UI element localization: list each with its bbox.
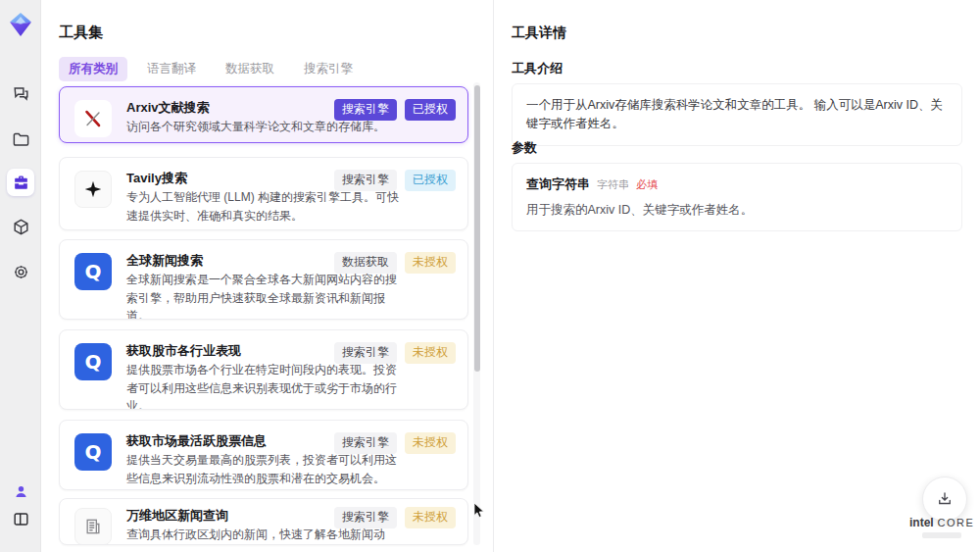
stock-api-logo-icon: Q <box>74 433 112 471</box>
tool-detail-panel: 工具详情 工具介绍 一个用于从Arxiv存储库搜索科学论文和文章的工具。 输入可… <box>493 0 980 552</box>
sparkle-icon <box>74 171 112 208</box>
tool-desc: 提供当天交易量最高的股票列表，投资者可以利用这些信息来识别流动性强的股票和潜在的… <box>126 451 401 487</box>
tool-title: Tavily搜索 <box>126 170 187 187</box>
tab-translation[interactable]: 语言翻译 <box>137 57 206 81</box>
intro-heading: 工具介绍 <box>512 60 563 77</box>
intro-text: 一个用于从Arxiv存储库搜索科学论文和文章的工具。 输入可以是Arxiv ID… <box>526 96 948 133</box>
params-heading: 参数 <box>512 139 537 157</box>
download-icon <box>936 490 954 508</box>
page-title: 工具集 <box>59 24 103 42</box>
list-scrollbar[interactable] <box>473 82 480 545</box>
user-icon <box>12 482 30 501</box>
tool-title: 获取市场最活跃股票信息 <box>126 432 267 450</box>
sidebar-rail <box>0 0 41 552</box>
tool-title: 全球新闻搜索 <box>126 252 203 270</box>
auth-status-badge: 未授权 <box>405 507 456 528</box>
tool-card-active-stocks[interactable]: Q 获取市场最活跃股票信息 提供当天交易量最高的股票列表，投资者可以利用这些信息… <box>59 420 468 490</box>
package-icon <box>12 218 30 236</box>
tab-data-fetch[interactable]: 数据获取 <box>216 57 284 81</box>
tab-all-categories[interactable]: 所有类别 <box>59 57 127 81</box>
news-search-logo-icon: Q <box>74 253 112 290</box>
intel-sub-mark <box>922 532 961 538</box>
tool-title: 万维地区新闻查询 <box>126 507 228 525</box>
app-window: 工具集 所有类别 语言翻译 数据获取 搜索引擎 Arxiv文献搜索 访问各个研究… <box>0 0 980 552</box>
param-type: 字符串 <box>597 177 629 192</box>
newspaper-icon <box>74 508 112 545</box>
auth-status-badge: 已授权 <box>405 170 456 191</box>
tool-desc: 全球新闻搜索是一个聚合全球各大新闻网站内容的搜索引擎，帮助用户快速获取全球最新资… <box>126 271 401 320</box>
auth-status-badge: 未授权 <box>405 342 456 364</box>
category-badge: 数据获取 <box>334 252 397 274</box>
panel-layout-icon <box>12 510 30 528</box>
tool-card-tavily[interactable]: Tavily搜索 专为人工智能代理 (LLM) 构建的搜索引擎工具。可快速提供实… <box>59 157 468 230</box>
category-badge: 搜索引擎 <box>334 99 397 121</box>
tool-desc: 提供股票市场各个行业在特定时间段内的表现。投资者可以利用这些信息来识别表现优于或… <box>126 361 401 410</box>
tool-title: Arxiv文献搜索 <box>126 99 210 117</box>
param-required-flag: 必填 <box>636 177 658 192</box>
app-logo-icon <box>8 12 33 37</box>
tool-desc: 专为人工智能代理 (LLM) 构建的搜索引擎工具。可快速提供实时、准确和真实的结… <box>126 188 401 225</box>
toolbox-icon <box>12 174 30 192</box>
chat-icon <box>12 84 30 103</box>
gear-icon <box>12 263 30 281</box>
intel-core-logo: intel CORE <box>909 516 974 538</box>
arxiv-logo-icon <box>74 100 112 137</box>
tool-card-regional-news[interactable]: 万维地区新闻查询 查询具体行政区划内的新闻，快速了解各地新闻动 搜索引擎 未授权 <box>59 498 468 545</box>
tool-title: 获取股市各行业表现 <box>126 342 241 360</box>
auth-status-badge: 未授权 <box>405 252 456 274</box>
category-badge: 搜索引擎 <box>334 342 397 364</box>
sidebar-item-account[interactable] <box>7 477 34 505</box>
sidebar-item-collapse[interactable] <box>7 505 34 532</box>
tab-search-engine[interactable]: 搜索引擎 <box>294 57 363 81</box>
tool-desc: 查询具体行政区划内的新闻，快速了解各地新闻动 <box>126 526 401 544</box>
sidebar-item-packages[interactable] <box>7 213 34 240</box>
sidebar-item-files[interactable] <box>7 125 34 153</box>
detail-title: 工具详情 <box>512 25 566 42</box>
scrollbar-thumb[interactable] <box>474 85 480 372</box>
category-tabs: 所有类别 语言翻译 数据获取 搜索引擎 <box>59 57 363 81</box>
category-badge: 搜索引擎 <box>334 170 397 191</box>
intro-box: 一个用于从Arxiv存储库搜索科学论文和文章的工具。 输入可以是Arxiv ID… <box>512 83 962 146</box>
sidebar-item-tools[interactable] <box>7 169 34 196</box>
sidebar-item-chat[interactable] <box>7 79 34 107</box>
tool-desc: 访问各个研究领域大量科学论文和文章的存储库。 <box>126 118 411 136</box>
auth-status-badge: 未授权 <box>405 432 456 454</box>
category-badge: 搜索引擎 <box>334 432 397 454</box>
tool-card-global-news[interactable]: Q 全球新闻搜索 全球新闻搜索是一个聚合全球各大新闻网站内容的搜索引擎，帮助用户… <box>59 239 468 320</box>
param-name: 查询字符串 <box>526 176 590 193</box>
param-box: 查询字符串 字符串 必填 用于搜索的Arxiv ID、关键字或作者姓名。 <box>512 163 962 231</box>
tool-card-arxiv[interactable]: Arxiv文献搜索 访问各个研究领域大量科学论文和文章的存储库。 搜索引擎 已授… <box>59 86 468 143</box>
folder-icon <box>12 130 30 149</box>
stock-api-logo-icon: Q <box>74 343 112 380</box>
auth-status-badge: 已授权 <box>405 99 456 121</box>
param-desc: 用于搜索的Arxiv ID、关键字或作者姓名。 <box>526 202 948 219</box>
mouse-cursor <box>473 502 486 519</box>
tool-card-sector-performance[interactable]: Q 获取股市各行业表现 提供股票市场各个行业在特定时间段内的表现。投资者可以利用… <box>59 329 468 410</box>
category-badge: 搜索引擎 <box>334 507 397 528</box>
tool-list-panel: 工具集 所有类别 语言翻译 数据获取 搜索引擎 Arxiv文献搜索 访问各个研究… <box>41 0 493 552</box>
sidebar-item-settings[interactable] <box>7 258 34 285</box>
